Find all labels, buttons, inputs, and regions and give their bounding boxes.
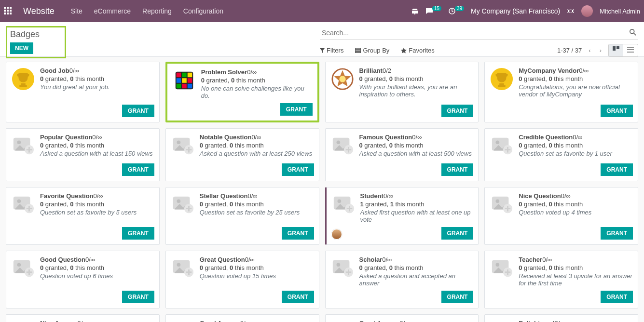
badge-name: Scholar xyxy=(359,256,383,263)
grant-button[interactable]: GRANT xyxy=(441,105,474,117)
svg-rect-2 xyxy=(355,48,361,50)
badge-granted-line: 0 granted, 0 this month xyxy=(40,264,154,271)
grant-button[interactable]: GRANT xyxy=(280,103,313,116)
grant-button[interactable]: GRANT xyxy=(441,291,474,303)
nav-configuration[interactable]: Configuration xyxy=(183,7,223,15)
user-avatar-icon[interactable] xyxy=(581,5,593,17)
badge-name: Popular Question xyxy=(40,134,92,141)
badge-card[interactable]: Great Question0/∞ 0 granted, 0 this mont… xyxy=(165,251,319,309)
badge-icon xyxy=(171,256,195,280)
badge-description: Question set as favorite by 1 user xyxy=(519,150,633,157)
badge-icon xyxy=(330,134,355,158)
pager-prev-icon[interactable]: ‹ xyxy=(587,46,592,55)
badge-card[interactable]: Problem Solver0/∞ 0 granted, 0 this mont… xyxy=(165,62,319,122)
pager-next-icon[interactable]: › xyxy=(598,46,603,55)
badge-card[interactable]: Great Answer0/∞ 0 granted, 0 this month … xyxy=(325,314,479,322)
kanban-view-icon[interactable] xyxy=(609,44,623,56)
badge-description: Asked a question with at least 250 views xyxy=(200,150,314,157)
badge-name: Brilliant xyxy=(359,67,383,74)
messages-icon[interactable]: 15 xyxy=(425,7,441,15)
badge-card[interactable]: MyCompany Vendor0/∞ 0 granted, 0 this mo… xyxy=(484,62,638,122)
badge-icon xyxy=(11,320,35,322)
grant-button[interactable]: GRANT xyxy=(282,291,314,303)
badge-granted-line: 0 granted, 0 this month xyxy=(201,77,313,84)
company-selector[interactable]: My Company (San Francisco) xyxy=(471,7,560,15)
badge-card[interactable]: Nice Answer0/∞ 0 granted, 0 this month A… xyxy=(6,314,160,322)
nav-reporting[interactable]: Reporting xyxy=(142,7,172,15)
badge-limit: 0/∞ xyxy=(247,192,257,200)
svg-rect-4 xyxy=(355,52,361,53)
badge-limit: 0/∞ xyxy=(382,256,392,263)
grant-button[interactable]: GRANT xyxy=(122,105,154,117)
grant-button[interactable]: GRANT xyxy=(601,227,633,240)
badge-card[interactable]: Good Question0/∞ 0 granted, 0 this month… xyxy=(6,251,160,309)
grant-button[interactable]: GRANT xyxy=(601,291,633,303)
badge-card[interactable]: Favorite Question0/∞ 0 granted, 0 this m… xyxy=(6,187,160,245)
badge-description: Question voted up 4 times xyxy=(519,209,633,216)
badge-description: Question set as favorite by 5 users xyxy=(40,209,154,216)
app-brand[interactable]: Website xyxy=(23,6,55,16)
new-button[interactable]: NEW xyxy=(10,42,33,54)
badge-limit: 0/∞ xyxy=(561,192,571,200)
control-panel: Badges NEW Filters Group By xyxy=(0,22,644,57)
promo-icon[interactable] xyxy=(411,7,419,15)
badge-limit: 0/∞ xyxy=(240,320,250,322)
badge-card[interactable]: Stellar Question0/∞ 0 granted, 0 this mo… xyxy=(165,187,319,245)
messages-count: 15 xyxy=(432,6,441,11)
favorites-button[interactable]: Favorites xyxy=(401,47,434,54)
debug-icon[interactable] xyxy=(567,7,575,15)
grantee-avatar-icon[interactable] xyxy=(331,229,342,240)
badge-limit: 0/2 xyxy=(383,67,391,74)
badge-name: Problem Solver xyxy=(201,68,247,76)
badge-card[interactable]: Good Answer0/∞ 0 granted, 0 this month A… xyxy=(165,314,319,322)
badge-name: Great Answer xyxy=(359,320,400,322)
badge-icon xyxy=(171,134,195,158)
badge-name: Nice Question xyxy=(519,192,561,200)
title-highlight-box: Badges NEW xyxy=(6,26,66,58)
badge-card[interactable]: Brilliant0/2 0 granted, 0 this month Wit… xyxy=(325,62,479,122)
badge-card[interactable]: Famous Question0/∞ 0 granted, 0 this mon… xyxy=(325,128,479,181)
list-view-icon[interactable] xyxy=(623,44,638,56)
pager-text[interactable]: 1-37 / 37 xyxy=(557,47,582,54)
nav-site[interactable]: Site xyxy=(71,7,82,15)
activities-icon[interactable]: 39 xyxy=(448,7,464,15)
badge-card[interactable]: Teacher0/∞ 0 granted, 0 this month Recei… xyxy=(484,251,638,309)
badge-description: Asked first question with at least one u… xyxy=(360,209,474,223)
badge-icon xyxy=(11,256,35,280)
grant-button[interactable]: GRANT xyxy=(282,227,314,240)
grant-button[interactable]: GRANT xyxy=(441,163,474,176)
badge-card[interactable]: Nice Question0/∞ 0 granted, 0 this month… xyxy=(484,187,638,245)
grant-button[interactable]: GRANT xyxy=(122,291,154,303)
badge-card[interactable]: Good Job0/∞ 0 granted, 0 this month You … xyxy=(6,62,160,122)
user-name[interactable]: Mitchell Admin xyxy=(600,8,640,15)
grant-button[interactable]: GRANT xyxy=(601,105,633,117)
nav-ecommerce[interactable]: eCommerce xyxy=(94,7,131,15)
grant-button[interactable]: GRANT xyxy=(601,163,633,176)
search-icon[interactable] xyxy=(628,29,638,37)
groupby-button[interactable]: Group By xyxy=(355,47,389,54)
badge-card[interactable]: Enlightened0/∞ 0 granted, 0 this month A… xyxy=(484,314,638,322)
apps-icon[interactable] xyxy=(4,7,13,15)
grant-button[interactable]: GRANT xyxy=(282,163,314,176)
badge-description: With your brilliant ideas, you are an in… xyxy=(359,83,474,98)
badge-limit: 0/∞ xyxy=(555,320,564,322)
filters-button[interactable]: Filters xyxy=(320,47,343,54)
grant-button[interactable]: GRANT xyxy=(122,227,154,240)
search-input[interactable] xyxy=(320,26,628,40)
badge-icon xyxy=(172,68,196,93)
badge-granted-line: 1 granted, 1 this month xyxy=(360,201,474,208)
badge-description: Received at least 3 upvote for an answer… xyxy=(519,272,633,287)
badge-limit: 0/∞ xyxy=(542,256,552,263)
badge-card[interactable]: Student0/∞ 1 granted, 1 this month Asked… xyxy=(325,187,479,245)
badge-name: Great Question xyxy=(200,256,245,263)
badge-description: Question voted up 15 times xyxy=(200,272,314,280)
grant-button[interactable]: GRANT xyxy=(122,163,154,176)
badge-card[interactable]: Popular Question0/∞ 0 granted, 0 this mo… xyxy=(6,128,160,181)
badge-card[interactable]: Scholar0/∞ 0 granted, 0 this month Asked… xyxy=(325,251,479,309)
badge-card[interactable]: Notable Question0/∞ 0 granted, 0 this mo… xyxy=(165,128,319,181)
nav-menu: Site eCommerce Reporting Configuration xyxy=(71,7,223,15)
badge-name: Teacher xyxy=(519,256,542,263)
badge-card[interactable]: Credible Question0/∞ 0 granted, 0 this m… xyxy=(484,128,638,181)
grant-button[interactable]: GRANT xyxy=(441,227,474,240)
badge-name: Nice Answer xyxy=(40,320,78,322)
